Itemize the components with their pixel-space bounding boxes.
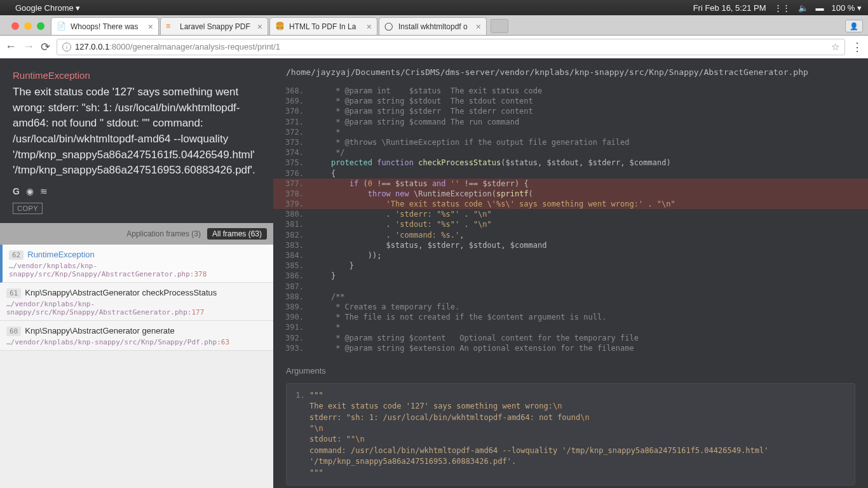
- url-host: 127.0.0.1: [75, 42, 109, 51]
- code-panel: /home/jayzyaj/Documents/CrisDMS/dms-serv…: [273, 58, 868, 488]
- wifi-icon[interactable]: ⋮⋮: [774, 3, 790, 13]
- volume-icon[interactable]: 🔈: [798, 3, 808, 13]
- arg-text: stderr: "sh: 1: /usr/local/bin/wkhtmltop…: [309, 413, 580, 422]
- close-tab-icon[interactable]: ×: [476, 22, 481, 32]
- new-tab-button[interactable]: [491, 19, 508, 33]
- arg-text: The exit status code '127' says somethin…: [309, 402, 553, 410]
- frame-number: 61: [6, 288, 21, 298]
- frame-title: Knp\Snappy\AbstractGenerator checkProces…: [25, 288, 217, 297]
- arg-text: """: [309, 391, 323, 400]
- menu-icon[interactable]: ⋮: [851, 40, 863, 54]
- whoops-page: RuntimeException The exit status code '1…: [0, 58, 868, 488]
- tab-title: Install wkhtmltopdf o: [398, 22, 468, 31]
- close-tab-icon[interactable]: ×: [367, 22, 372, 32]
- arg-esc: \n: [314, 424, 323, 433]
- stack-frame[interactable]: 60Knp\Snappy\AbstractGenerator generate …: [0, 321, 273, 351]
- stack-frame[interactable]: 61Knp\Snappy\AbstractGenerator checkProc…: [0, 283, 273, 321]
- url-port: :8000: [109, 42, 130, 51]
- tab-title: HTML To PDF In La: [289, 22, 356, 31]
- frame-path: …/vendor/knplabs/knp-snappy/src/Knp/Snap…: [9, 262, 190, 278]
- zoom-window-button[interactable]: [37, 22, 44, 30]
- battery-pct: 100 % ▾: [832, 3, 862, 13]
- file-icon: 📄: [57, 22, 67, 32]
- frame-line: 378: [194, 270, 207, 278]
- github-icon: ◯: [384, 22, 395, 32]
- arguments-box: """ The exit status code '127' says some…: [286, 383, 855, 485]
- stack-frame[interactable]: 62RuntimeException …/vendor/knplabs/knp-…: [0, 245, 273, 283]
- frame-title: RuntimeException: [27, 250, 95, 259]
- tab-2[interactable]: 🍔 HTML To PDF In La ×: [269, 17, 377, 35]
- all-frames-tab[interactable]: All frames (63): [207, 228, 267, 240]
- url-path: /generalmanager/analysis-request/print/1: [130, 42, 280, 51]
- site-info-icon[interactable]: i: [62, 43, 71, 51]
- application-frames-tab[interactable]: Application frames (3): [126, 229, 201, 238]
- argument-item: """ The exit status code '127' says some…: [309, 390, 846, 478]
- arg-text: """: [309, 468, 323, 477]
- file-path: /home/jayzyaj/Documents/CrisDMS/dms-serv…: [273, 58, 868, 83]
- error-header: RuntimeException The exit status code '1…: [0, 58, 273, 223]
- frame-number: 62: [9, 250, 24, 260]
- arg-esc: \n: [580, 413, 589, 422]
- reload-button[interactable]: ⟳: [41, 40, 50, 54]
- window-controls: [5, 22, 51, 35]
- frame-line: 177: [191, 308, 204, 316]
- copy-button[interactable]: COPY: [13, 203, 43, 214]
- forward-button: →: [23, 40, 34, 53]
- battery-icon[interactable]: ▬: [816, 3, 824, 13]
- frame-line: 63: [221, 338, 229, 346]
- close-window-button[interactable]: [11, 22, 19, 30]
- tab-0[interactable]: 📄 Whoops! There was ×: [51, 17, 159, 35]
- arg-esc: \n: [553, 402, 562, 410]
- macos-menubar: Google Chrome ▾ Fri Feb 16, 5:21 PM ⋮⋮ 🔈…: [0, 0, 868, 15]
- frame-path: …/vendor/knplabs/knp-snappy/src/Knp/Snap…: [6, 338, 217, 346]
- frame-title: Knp\Snappy\AbstractGenerator generate: [25, 326, 175, 336]
- frame-filter-tabs: Application frames (3) All frames (63): [0, 223, 273, 245]
- minimize-window-button[interactable]: [24, 22, 32, 30]
- arg-text: command: /usr/local/bin/wkhtmltopdf-amd6…: [309, 446, 768, 466]
- exception-name: RuntimeException: [13, 70, 261, 81]
- back-button[interactable]: ←: [5, 40, 17, 53]
- duckduckgo-icon[interactable]: ◉: [26, 186, 34, 196]
- stack-frames-list[interactable]: 62RuntimeException …/vendor/knplabs/knp-…: [0, 245, 273, 488]
- profile-button[interactable]: 👤: [845, 20, 863, 32]
- bookmark-icon[interactable]: ☆: [831, 41, 839, 53]
- arguments-label: Arguments: [273, 358, 868, 379]
- clock: Fri Feb 16, 5:21 PM: [693, 3, 766, 13]
- stack-icon: ≡: [166, 22, 176, 32]
- address-bar[interactable]: i 127.0.0.1:8000/generalmanager/analysis…: [57, 39, 845, 55]
- exception-message: The exit status code '127' says somethin…: [13, 85, 261, 179]
- browser-tabstrip: 📄 Whoops! There was × ≡ Laravel Snappy P…: [0, 15, 868, 36]
- arg-text: stdout: "": [309, 435, 355, 444]
- close-tab-icon[interactable]: ×: [148, 22, 153, 32]
- source-code[interactable]: 368. * @param int $status The exit statu…: [273, 83, 868, 358]
- site-icon: 🍔: [275, 22, 285, 32]
- arg-esc: \n: [355, 435, 364, 444]
- tab-title: Whoops! There was: [71, 22, 139, 31]
- error-sidebar: RuntimeException The exit status code '1…: [0, 58, 273, 488]
- tab-1[interactable]: ≡ Laravel Snappy PDF ×: [160, 17, 268, 35]
- tab-3[interactable]: ◯ Install wkhtmltopdf o ×: [379, 17, 487, 35]
- close-tab-icon[interactable]: ×: [257, 22, 262, 32]
- stackoverflow-icon[interactable]: ≋: [40, 186, 48, 196]
- browser-toolbar: ← → ⟳ i 127.0.0.1:8000/generalmanager/an…: [0, 36, 868, 58]
- tab-title: Laravel Snappy PDF: [180, 22, 250, 31]
- google-search-icon[interactable]: G: [13, 186, 20, 196]
- frame-number: 60: [6, 327, 21, 336]
- frame-path: …/vendor/knplabs/knp-snappy/src/Knp/Snap…: [6, 300, 187, 316]
- app-name[interactable]: Google Chrome ▾: [15, 3, 80, 13]
